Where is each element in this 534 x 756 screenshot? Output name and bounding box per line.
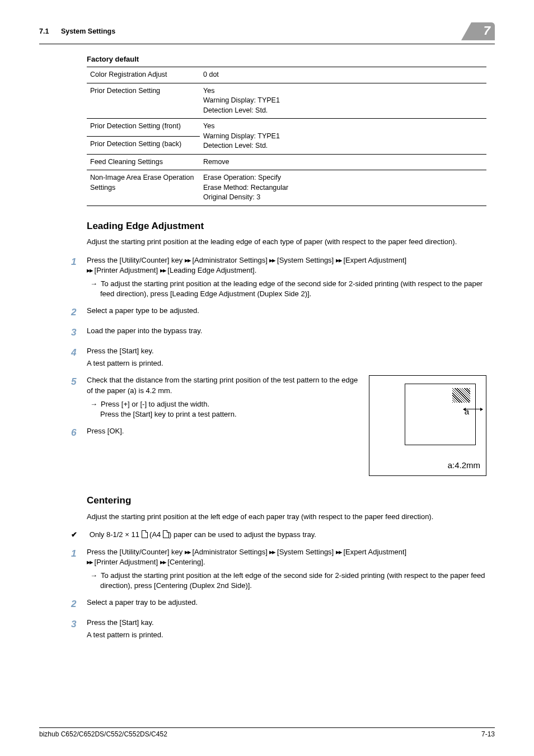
step-text: [Expert Adjustment] — [341, 256, 406, 264]
chapter-tab: 7 — [471, 22, 495, 40]
table-row: Prior Detection Setting Yes Warning Disp… — [87, 83, 486, 119]
footer-model: bizhub C652/C652DS/C552/C552DS/C452 — [39, 730, 167, 738]
table-cell: 0 dot — [200, 67, 486, 83]
step-body: Press the [Start] kay. A test pattern is… — [87, 618, 486, 640]
note-line: Only 8-1/2 × 11 (A4 ) paper can be used … — [71, 530, 486, 540]
step-number: 1 — [71, 547, 87, 561]
note-text: ) paper can be used to adjust the bypass… — [169, 530, 316, 539]
section-title: System Settings — [61, 27, 115, 35]
settings-table: Color Registration Adjust 0 dot Prior De… — [87, 67, 486, 206]
step-number: 6 — [71, 426, 87, 440]
step-3: 3 Load the paper into the bypass tray. — [71, 326, 486, 339]
footer-page-number: 7-13 — [481, 730, 495, 738]
nav-arrows-icon: ▸▸ — [87, 558, 92, 566]
step-number: 4 — [71, 346, 87, 360]
chapter-number: 7 — [484, 24, 490, 38]
nav-arrows-icon: ▸▸ — [87, 266, 92, 274]
portrait-page-icon — [142, 530, 148, 538]
table-row: Feed Cleaning Settings Remove — [87, 154, 486, 170]
nav-arrows-icon: ▸▸ — [336, 256, 341, 264]
diagram-dimension-arrow-icon — [465, 409, 481, 409]
step-4: 4 Press the [Start] key. A test pattern … — [71, 346, 486, 368]
table-cell: Erase Operation: Specify Erase Method: R… — [200, 170, 486, 206]
table-cell: Prior Detection Setting (back) — [87, 136, 200, 154]
step-text: [Administrator Settings] — [190, 256, 270, 264]
step-result: A test pattern is printed. — [87, 358, 486, 368]
diagram-caption: a:4.2mm — [448, 459, 480, 471]
table-row: Prior Detection Setting (front) Yes Warn… — [87, 119, 486, 137]
step-text: [System Settings] — [275, 548, 335, 556]
step-text: [Centering]. — [166, 558, 205, 566]
step-3: 3 Press the [Start] kay. A test pattern … — [71, 618, 486, 640]
step-body: Press the [Utility/Counter] key ▸▸ [Admi… — [87, 255, 486, 300]
heading-centering: Centering — [87, 494, 486, 507]
step-number: 2 — [71, 306, 87, 319]
table-cell: Remove — [200, 154, 486, 170]
step-2: 2 Select a paper type to be adjusted. — [71, 306, 486, 319]
step-6: 6 Press [OK]. — [71, 426, 361, 440]
step-1: 1 Press the [Utility/Counter] key ▸▸ [Ad… — [71, 255, 486, 300]
step-substep: To adjust the starting print position at… — [87, 571, 486, 591]
step-text: Press the [Start] key. — [87, 347, 154, 355]
section-number: 7.1 — [39, 27, 49, 35]
nav-arrows-icon: ▸▸ — [160, 558, 166, 566]
step-text: [Expert Adjustment] — [341, 548, 406, 556]
step-text: Press the [Start] kay. — [87, 618, 154, 627]
table-title: Factory default — [87, 54, 486, 64]
step-number: 1 — [71, 255, 87, 269]
step-text: [System Settings] — [275, 256, 335, 264]
intro-leading-edge: Adjust the starting print position at th… — [87, 237, 486, 247]
diagram-test-pattern-icon — [452, 388, 470, 403]
step-5: 5 Check that the distance from the start… — [71, 375, 361, 419]
nav-arrows-icon: ▸▸ — [269, 256, 275, 264]
nav-arrows-icon: ▸▸ — [185, 256, 190, 264]
portrait-page-icon — [163, 530, 169, 538]
heading-leading-edge: Leading Edge Adjustment — [87, 220, 486, 233]
step-body: Press [OK]. — [87, 426, 361, 436]
table-cell: Prior Detection Setting — [87, 83, 200, 119]
nav-arrows-icon: ▸▸ — [185, 548, 190, 556]
intro-centering: Adjust the starting print position at th… — [87, 512, 486, 522]
table-cell: Feed Cleaning Settings — [87, 154, 200, 170]
page-footer: bizhub C652/C652DS/C552/C552DS/C452 7-13 — [39, 727, 495, 738]
diagram-leading-edge: a a:4.2mm — [369, 375, 486, 476]
step-body: Select a paper type to be adjusted. — [87, 306, 486, 316]
step-body: Check that the distance from the startin… — [87, 375, 361, 419]
nav-arrows-icon: ▸▸ — [269, 548, 275, 556]
step-1: 1 Press the [Utility/Counter] key ▸▸ [Ad… — [71, 547, 486, 591]
step-substep: Press [+] or [-] to adjust the width. Pr… — [87, 399, 361, 419]
step-body: Press the [Start] key. A test pattern is… — [87, 346, 486, 368]
header-breadcrumb: 7.1 System Settings — [39, 27, 115, 35]
table-cell: Prior Detection Setting (front) — [87, 119, 200, 137]
note-text: Only 8-1/2 × 11 — [90, 530, 142, 539]
step-substep: To adjust the starting print position at… — [87, 279, 486, 299]
step-body: Press the [Utility/Counter] key ▸▸ [Admi… — [87, 547, 486, 591]
table-cell: Yes Warning Display: TYPE1 Detection Lev… — [200, 119, 486, 155]
table-row: Color Registration Adjust 0 dot — [87, 67, 486, 83]
step-number: 3 — [71, 618, 87, 631]
step-text: [Printer Adjustment] — [92, 558, 160, 566]
table-row: Non-Image Area Erase Operation Settings … — [87, 170, 486, 206]
nav-arrows-icon: ▸▸ — [336, 548, 341, 556]
step-text: [Printer Adjustment] — [92, 266, 160, 274]
step-text: [Leading Edge Adjustment]. — [166, 266, 257, 274]
step-text: Check that the distance from the startin… — [87, 376, 358, 394]
step-text: [Administrator Settings] — [190, 548, 270, 556]
nav-arrows-icon: ▸▸ — [160, 266, 166, 274]
note-text: (A4 — [148, 530, 163, 539]
table-cell: Yes Warning Display: TYPE1 Detection Lev… — [200, 83, 486, 119]
step-body: Load the paper into the bypass tray. — [87, 326, 486, 336]
step-number: 3 — [71, 326, 87, 339]
step-body: Select a paper tray to be adjusted. — [87, 598, 486, 608]
step-number: 2 — [71, 598, 87, 611]
step-number: 5 — [71, 375, 87, 389]
step-text: Press the [Utility/Counter] key — [87, 256, 185, 264]
step-2: 2 Select a paper tray to be adjusted. — [71, 598, 486, 611]
step-text: Press the [Utility/Counter] key — [87, 548, 185, 556]
table-cell: Color Registration Adjust — [87, 67, 200, 83]
header-rule — [39, 44, 495, 44]
step-result: A test pattern is printed. — [87, 630, 486, 640]
table-cell: Non-Image Area Erase Operation Settings — [87, 170, 200, 206]
